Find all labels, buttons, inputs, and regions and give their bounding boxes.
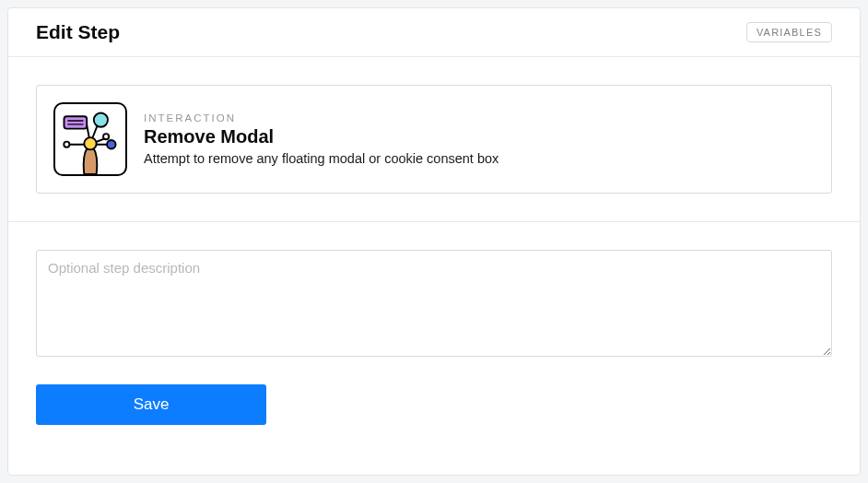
svg-rect-0 xyxy=(65,116,88,128)
form-section: Save xyxy=(8,222,860,451)
svg-point-8 xyxy=(84,137,96,149)
svg-point-11 xyxy=(103,134,109,139)
svg-point-12 xyxy=(64,142,69,147)
variables-button[interactable]: VARIABLES xyxy=(746,22,832,42)
svg-point-9 xyxy=(94,113,108,127)
step-card-text: INTERACTION Remove Modal Attempt to remo… xyxy=(144,112,499,166)
step-category-label: INTERACTION xyxy=(144,112,499,124)
remove-modal-icon xyxy=(53,102,127,176)
page-title: Edit Step xyxy=(36,21,120,43)
panel-header: Edit Step VARIABLES xyxy=(8,8,860,57)
step-summary-section: INTERACTION Remove Modal Attempt to remo… xyxy=(8,57,860,222)
svg-point-10 xyxy=(107,140,116,149)
step-title: Remove Modal xyxy=(144,126,499,147)
edit-step-panel: Edit Step VARIABLES xyxy=(7,7,861,476)
step-description-input[interactable] xyxy=(36,250,832,357)
step-description: Attempt to remove any floating modal or … xyxy=(144,151,499,166)
step-card[interactable]: INTERACTION Remove Modal Attempt to remo… xyxy=(36,85,832,194)
save-button[interactable]: Save xyxy=(36,384,266,425)
